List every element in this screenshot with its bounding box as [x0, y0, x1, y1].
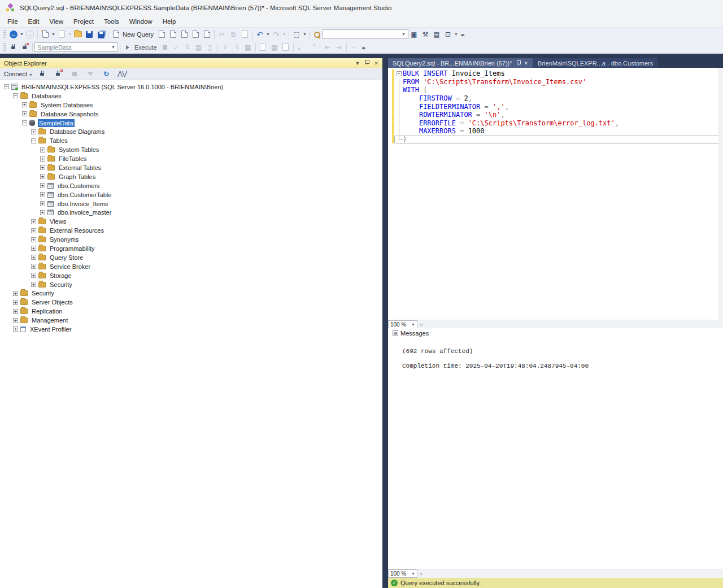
expand-icon[interactable]: +: [13, 309, 18, 314]
undo-button[interactable]: ↶: [254, 29, 265, 40]
client-statistics-icon[interactable]: ▦: [242, 42, 254, 53]
code-line-9[interactable]: ): [388, 136, 723, 144]
expand-icon[interactable]: +: [31, 282, 36, 287]
expand-icon[interactable]: +: [40, 201, 45, 206]
connect-db-icon[interactable]: [8, 42, 19, 53]
add-item-dropdown[interactable]: ▼: [67, 32, 72, 36]
increase-indent-icon[interactable]: ⇥: [333, 42, 345, 53]
connect-button[interactable]: Connect ▼: [4, 71, 33, 77]
expand-icon[interactable]: +: [13, 318, 18, 323]
toolbar-grip-2[interactable]: [3, 43, 6, 51]
expand-icon[interactable]: +: [40, 174, 45, 179]
expand-icon[interactable]: +: [13, 300, 18, 305]
redo-dropdown[interactable]: ▼: [282, 32, 287, 36]
menu-help[interactable]: Help: [158, 17, 181, 26]
decrease-indent-icon[interactable]: ⇤: [322, 42, 333, 53]
tree-item-replication[interactable]: +Replication: [0, 307, 382, 316]
code-line-5[interactable]: FIELDTERMINATOR = ',',: [388, 102, 723, 111]
messages-zoom-combo[interactable]: 100 %▼: [388, 569, 417, 578]
tree-item-views[interactable]: +Views: [0, 217, 382, 226]
object-explorer-header[interactable]: Object Explorer ▼ ✕: [0, 58, 382, 68]
tree-item-graph-tables[interactable]: +Graph Tables: [0, 172, 382, 181]
expand-icon[interactable]: +: [40, 183, 45, 188]
connect-object-icon[interactable]: [37, 68, 49, 80]
expand-icon[interactable]: +: [31, 237, 36, 242]
display-estimated-plan-icon[interactable]: ⠿: [182, 42, 193, 53]
collapse-icon[interactable]: −: [4, 84, 9, 89]
tab-close-icon[interactable]: ✕: [524, 60, 529, 66]
tree-item-database-snapshots[interactable]: +Database Snapshots: [0, 110, 382, 119]
disconnect-object-icon[interactable]: ✕: [53, 68, 64, 80]
tree-item-dbo-customertable[interactable]: +dbo.CustomerTable: [0, 190, 382, 199]
editor-vertical-scrollbar[interactable]: [718, 68, 723, 320]
properties-window-icon[interactable]: ▣: [408, 29, 420, 40]
tree-item-query-store[interactable]: +Query Store: [0, 253, 382, 262]
navigate-back-dropdown[interactable]: ▼: [19, 32, 24, 36]
refresh-icon[interactable]: ↻: [101, 68, 112, 80]
command-window-dropdown[interactable]: ▼: [454, 32, 459, 36]
menu-view[interactable]: View: [44, 17, 68, 26]
tree-item-brienmain-sqlexpress-sql-server-16-0-1000-brienmain-brien[interactable]: −BRIENMAIN\SQLEXPRESS (SQL Server 16.0.1…: [0, 82, 382, 92]
results-to-file-icon[interactable]: [280, 42, 291, 53]
expand-icon[interactable]: +: [22, 102, 27, 107]
expand-icon[interactable]: +: [31, 255, 36, 260]
comment-out-icon[interactable]: 〟: [295, 42, 307, 53]
code-line-7[interactable]: ERRORFILE = 'C:\Scripts\Transform\error_…: [388, 119, 723, 128]
navigate-forward-button[interactable]: →: [24, 29, 36, 40]
sql-code-editor[interactable]: −BULK INSERT Invoice_ItemsFROM 'C:\Scrip…: [388, 68, 723, 320]
expand-icon[interactable]: +: [40, 192, 45, 197]
uncomment-icon[interactable]: 〝: [307, 42, 318, 53]
open-file-button[interactable]: [72, 29, 84, 40]
dmx-query-icon[interactable]: [178, 29, 190, 40]
collapse-icon[interactable]: −: [31, 138, 36, 143]
tree-item-security[interactable]: +Security: [0, 280, 382, 289]
code-line-1[interactable]: −BULK INSERT Invoice_Items: [388, 69, 723, 78]
tab-pin-icon[interactable]: [516, 60, 520, 66]
navigate-back-button[interactable]: ←: [8, 29, 19, 40]
tree-item-external-tables[interactable]: +External Tables: [0, 163, 382, 172]
tree-item-system-tables[interactable]: +System Tables: [0, 145, 382, 154]
menu-window[interactable]: Window: [124, 17, 158, 26]
tree-item-dbo-customers[interactable]: +dbo.Customers: [0, 181, 382, 190]
toolbox-icon[interactable]: ▤: [431, 29, 442, 40]
tree-item-tables[interactable]: −Tables: [0, 136, 382, 145]
tools-wrench-icon[interactable]: ⚒: [420, 29, 431, 40]
expand-icon[interactable]: +: [22, 111, 27, 116]
menu-tools[interactable]: Tools: [99, 17, 124, 26]
expand-icon[interactable]: +: [40, 147, 45, 153]
redo-button[interactable]: ↷: [271, 29, 282, 40]
cut-icon[interactable]: ✂: [216, 29, 228, 40]
add-item-button[interactable]: [56, 29, 67, 40]
new-query-button[interactable]: New Query: [123, 31, 154, 38]
results-to-text-icon[interactable]: [258, 42, 269, 53]
new-project-button[interactable]: [40, 29, 51, 40]
outline-collapse-icon[interactable]: −: [395, 70, 403, 77]
tree-item-xevent-profiler[interactable]: +XEvent Profiler: [0, 325, 382, 334]
tree-item-filetables[interactable]: +FileTables: [0, 154, 382, 163]
collapse-icon[interactable]: −: [13, 93, 18, 98]
selection-mode-icon[interactable]: ⬚: [291, 29, 302, 40]
live-query-stats-icon[interactable]: ⠺: [231, 42, 242, 53]
new-project-dropdown[interactable]: ▼: [51, 32, 56, 36]
expand-icon[interactable]: +: [31, 219, 36, 224]
save-all-button[interactable]: [95, 29, 106, 40]
quick-launch-icon[interactable]: [311, 29, 323, 40]
copy-icon[interactable]: ⧉: [228, 29, 239, 40]
parse-check-icon[interactable]: ✓: [171, 42, 182, 53]
database-engine-query-icon[interactable]: [156, 29, 167, 40]
tree-item-database-diagrams[interactable]: +Database Diagrams: [0, 127, 382, 136]
undo-dropdown[interactable]: ▼: [265, 32, 271, 36]
code-line-8[interactable]: MAXERRORS = 1000: [388, 127, 723, 136]
tree-item-service-broker[interactable]: +Service Broker: [0, 262, 382, 271]
stop-icon[interactable]: [69, 68, 80, 80]
expand-icon[interactable]: +: [40, 156, 45, 162]
save-button[interactable]: [84, 29, 95, 40]
code-line-4[interactable]: FIRSTROW = 2,: [388, 94, 723, 103]
mdx-query-icon[interactable]: [167, 29, 178, 40]
tree-item-programmability[interactable]: +Programmability: [0, 244, 382, 253]
toolbar-grip[interactable]: [3, 30, 6, 38]
tree-item-dbo-invoice-items[interactable]: +dbo.Invoice_Items: [0, 199, 382, 208]
tree-item-management[interactable]: +Management: [0, 316, 382, 325]
expand-icon[interactable]: +: [13, 326, 18, 332]
tree-item-external-resources[interactable]: +External Resources: [0, 226, 382, 235]
